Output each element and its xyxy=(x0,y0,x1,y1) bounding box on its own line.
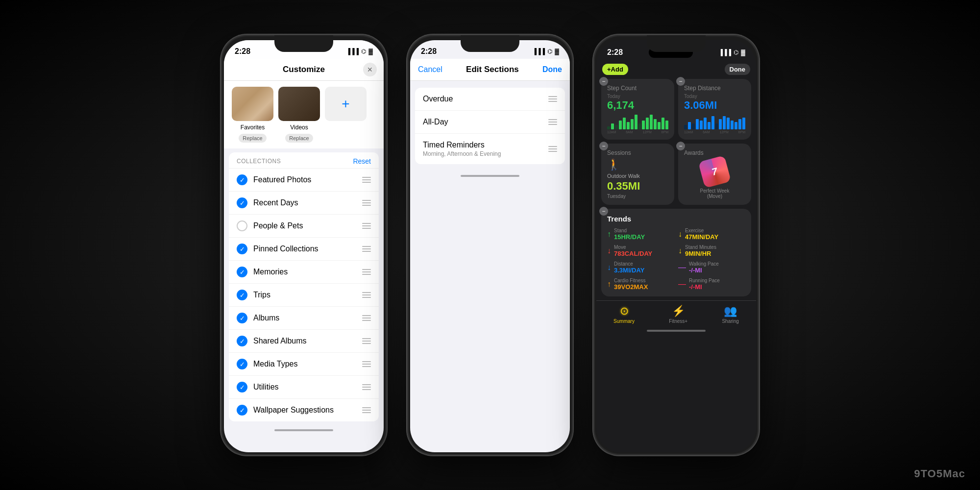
remove-trends[interactable]: − xyxy=(599,207,608,216)
check-people[interactable] xyxy=(237,220,247,231)
list-item[interactable]: ✓ Wallpaper Suggestions xyxy=(229,398,379,421)
remove-step-count[interactable]: − xyxy=(599,77,608,86)
drag-handle[interactable] xyxy=(362,292,371,298)
stand-minutes-value: 9MIN/HR xyxy=(685,250,716,257)
list-item[interactable]: ✓ Recent Days xyxy=(229,191,379,214)
status-icons-2: ▐▐▐ ⌬ ▓ xyxy=(533,48,559,55)
favorites-label: Favorites xyxy=(241,124,265,131)
list-item[interactable]: ✓ Trips xyxy=(229,283,379,306)
signal-icon: ▐▐▐ xyxy=(346,48,359,55)
list-item[interactable]: ✓ Media Types xyxy=(229,352,379,375)
awards-card: − Awards 7 Perfect Week(Move) xyxy=(678,144,751,205)
trend-stand-minutes: ↓ Stand Minutes 9MIN/HR xyxy=(678,245,745,257)
home-indicator-2 xyxy=(410,171,570,181)
remove-sessions[interactable]: − xyxy=(599,142,608,150)
watermark: 9TO5Mac xyxy=(914,467,965,480)
list-item[interactable]: People & Pets xyxy=(229,214,379,237)
drag-handle[interactable] xyxy=(362,315,371,321)
customize-header: Customize ✕ xyxy=(224,59,384,81)
drag-handle[interactable] xyxy=(362,246,371,252)
running-pace-value: -/-MI xyxy=(689,283,720,291)
drag-handle[interactable] xyxy=(362,177,371,183)
distance-value: 3.3MI/DAY xyxy=(614,267,644,274)
nav-sharing[interactable]: 👥 Sharing xyxy=(722,305,738,324)
collection-name: Recent Days xyxy=(253,198,356,207)
drag-handle[interactable] xyxy=(362,223,371,229)
section-name: All-Day xyxy=(423,118,542,126)
distance-arrow: ↓ xyxy=(607,263,611,272)
list-item[interactable]: ✓ Pinned Collections xyxy=(229,237,379,260)
status-icons-1: ▐▐▐ ⌬ ▓ xyxy=(346,48,373,55)
check-utilities[interactable]: ✓ xyxy=(237,382,247,392)
drag-handle[interactable] xyxy=(362,338,371,344)
cancel-button[interactable]: Cancel xyxy=(418,65,442,74)
step-count-chart xyxy=(607,115,668,129)
collections-label: COLLECTIONS xyxy=(237,158,281,165)
check-pinned[interactable]: ✓ xyxy=(237,244,247,254)
list-item[interactable]: All-Day xyxy=(415,111,565,134)
nav-summary[interactable]: ⊙ Summary xyxy=(613,305,635,324)
check-trips[interactable]: ✓ xyxy=(237,290,247,300)
remove-awards[interactable]: − xyxy=(676,142,685,150)
status-bar-3: 2:28 ▐▐▐ ⌬ ▓ xyxy=(596,40,756,60)
move-value: 783CAL/DAY xyxy=(614,250,652,257)
move-arrow: ↓ xyxy=(607,246,611,255)
check-media[interactable]: ✓ xyxy=(237,359,247,369)
remove-step-distance[interactable]: − xyxy=(676,77,685,86)
videos-label: Videos xyxy=(290,124,308,131)
close-button[interactable]: ✕ xyxy=(363,63,377,76)
check-featured[interactable]: ✓ xyxy=(237,174,247,185)
collection-name: Utilities xyxy=(253,383,356,392)
collection-name: Shared Albums xyxy=(253,337,356,345)
favorites-replace[interactable]: Replace xyxy=(239,134,266,143)
edit-sections-title: Edit Sections xyxy=(466,65,519,74)
trend-move: ↓ Move 783CAL/DAY xyxy=(607,245,674,257)
drag-handle[interactable] xyxy=(548,146,557,152)
drag-handle[interactable] xyxy=(362,200,371,206)
done-button[interactable]: Done xyxy=(542,65,562,74)
videos-replace[interactable]: Replace xyxy=(285,134,313,143)
check-wallpaper[interactable]: ✓ xyxy=(237,405,247,416)
list-item[interactable]: ✓ Featured Photos xyxy=(229,168,379,191)
nav-fitness[interactable]: ⚡ Fitness+ xyxy=(669,305,687,324)
check-memories[interactable]: ✓ xyxy=(237,267,247,277)
status-icons-3: ▐▐▐ ⌬ ▓ xyxy=(719,49,745,56)
stand-minutes-label: Stand Minutes xyxy=(685,245,716,250)
trend-exercise: ↓ Exercise 47MIN/DAY xyxy=(678,228,745,241)
list-item[interactable]: Timed Reminders Morning, Afternoon & Eve… xyxy=(415,134,565,164)
reset-button[interactable]: Reset xyxy=(353,157,371,165)
drag-handle[interactable] xyxy=(362,407,371,413)
check-albums[interactable]: ✓ xyxy=(237,313,247,323)
edit-sections-header: Cancel Edit Sections Done xyxy=(410,59,570,81)
trends-grid: ↑ Stand 15HR/DAY ↓ Exercise 47MIN/DAY ↓ xyxy=(607,228,745,291)
stand-label: Stand xyxy=(614,228,645,233)
section-name: Timed Reminders xyxy=(423,141,542,149)
list-item[interactable]: ✓ Shared Albums xyxy=(229,329,379,352)
fitness-label: Fitness+ xyxy=(669,318,687,324)
list-item[interactable]: ✓ Utilities xyxy=(229,375,379,398)
summary-label: Summary xyxy=(613,318,635,324)
trend-walking-pace: — Walking Pace -/-MI xyxy=(678,261,745,274)
drag-handle[interactable] xyxy=(362,269,371,275)
drag-handle[interactable] xyxy=(362,384,371,390)
add-thumb[interactable]: + xyxy=(325,87,367,121)
step-count-value: 6,174 xyxy=(607,99,668,112)
done-fitness-button[interactable]: Done xyxy=(725,64,751,75)
list-item[interactable]: ✓ Albums xyxy=(229,306,379,329)
wifi-icon-2: ⌬ xyxy=(547,48,552,55)
list-item[interactable]: Overdue xyxy=(415,88,565,111)
stand-arrow: ↑ xyxy=(607,230,611,239)
drag-handle[interactable] xyxy=(548,96,557,102)
drag-handle[interactable] xyxy=(548,119,557,125)
move-label: Move xyxy=(614,245,652,250)
check-recent[interactable]: ✓ xyxy=(237,197,247,208)
step-count-title: Step Count xyxy=(607,85,668,92)
add-button[interactable]: +Add xyxy=(602,64,628,75)
list-item[interactable]: ✓ Memories xyxy=(229,260,379,283)
check-shared[interactable]: ✓ xyxy=(237,336,247,346)
time-3: 2:28 xyxy=(607,48,623,57)
trend-cardio: ↑ Cardio Fitness 39VO2MAX xyxy=(607,278,674,291)
exercise-label: Exercise xyxy=(685,228,718,233)
drag-handle[interactable] xyxy=(362,361,371,367)
step-distance-chart xyxy=(684,115,745,129)
